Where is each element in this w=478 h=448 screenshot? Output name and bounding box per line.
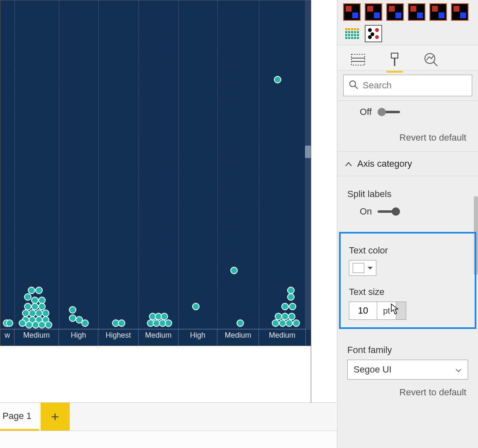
data-point[interactable] [192, 303, 200, 310]
revert-default-link-1[interactable]: Revert to default [337, 129, 478, 151]
data-point[interactable] [24, 293, 32, 301]
axis-category-cell: Medium [139, 329, 178, 346]
data-point[interactable] [281, 303, 289, 310]
svg-rect-0 [351, 54, 365, 65]
viz-tile-custom-4[interactable] [408, 3, 425, 21]
generic-off-toggle[interactable]: Off [347, 104, 468, 125]
chart-visual[interactable]: wMediumHighHighestMediumHighMediumMedium [0, 0, 311, 346]
viz-tile-custom-1[interactable] [343, 3, 361, 21]
data-point[interactable] [287, 293, 295, 301]
axis-category-accordion[interactable]: Axis category [337, 151, 478, 176]
x-axis-category-strip: wMediumHighHighestMediumHighMediumMedium [0, 329, 311, 346]
axis-category-cell: Medium [259, 329, 306, 346]
viz-tile-custom-6[interactable] [451, 3, 468, 21]
data-point[interactable] [289, 303, 296, 310]
data-point[interactable] [35, 287, 43, 294]
visualizations-panel: Off Revert to default Axis category Spli… [337, 0, 478, 448]
status-bar [0, 431, 337, 448]
text-size-unit: pt [377, 302, 396, 320]
color-swatch [353, 263, 364, 273]
data-point[interactable] [230, 267, 238, 274]
data-point[interactable] [69, 314, 76, 322]
axis-category-cell: Medium [217, 329, 259, 346]
font-family-label: Font family [347, 339, 468, 360]
data-point[interactable] [45, 321, 52, 329]
axis-category-cell: High [59, 329, 98, 346]
viz-tile-custom-3[interactable] [386, 3, 404, 21]
chevron-up-icon [345, 158, 352, 169]
canvas-empty-area [0, 346, 311, 403]
data-point[interactable] [6, 319, 13, 327]
toggle-label-off: Off [360, 107, 372, 117]
data-point[interactable] [279, 319, 286, 327]
viz-gallery [337, 0, 478, 45]
svg-point-7 [350, 81, 356, 87]
axis-category-cell: Medium [15, 329, 59, 346]
axis-category-cell: w [0, 329, 15, 346]
format-tab-icon[interactable] [386, 51, 403, 68]
chart-scrollbar-track[interactable] [305, 0, 311, 330]
analytics-tab-icon[interactable] [423, 51, 439, 68]
text-color-label: Text color [349, 239, 466, 260]
page-tab-bar: Page 1 + [0, 402, 336, 431]
search-icon [349, 80, 358, 91]
svg-rect-3 [391, 53, 398, 58]
search-box[interactable] [343, 75, 472, 96]
data-point[interactable] [285, 319, 293, 327]
viz-tile-custom-2[interactable] [365, 3, 382, 21]
grid-line [15, 0, 15, 330]
format-tab-bar [337, 45, 478, 71]
data-point[interactable] [69, 306, 76, 314]
data-point[interactable] [237, 319, 244, 327]
data-point[interactable] [274, 76, 281, 83]
grid-line [217, 0, 218, 330]
viz-tile-custom-5[interactable] [429, 3, 447, 21]
caret-down-icon [368, 267, 373, 270]
add-page-button[interactable]: + [41, 403, 70, 431]
split-labels-label: Split labels [347, 183, 468, 204]
plus-icon: + [51, 409, 59, 425]
chart-scrollbar-thumb[interactable] [305, 146, 311, 158]
data-point[interactable] [165, 319, 172, 327]
axis-category-cell: Highest [98, 329, 139, 346]
data-point[interactable] [81, 319, 89, 327]
text-size-input[interactable] [349, 302, 377, 320]
axis-category-cell: High [178, 329, 217, 346]
svg-line-8 [355, 86, 358, 89]
revert-default-link-2[interactable]: Revert to default [337, 384, 478, 406]
chevron-down-icon [455, 364, 462, 375]
axis-category-label: Axis category [357, 158, 412, 169]
grid-line [259, 0, 259, 330]
data-point[interactable] [19, 319, 26, 327]
grid-line [59, 0, 59, 330]
fields-tab-icon[interactable] [350, 51, 366, 68]
page-tab-label: Page 1 [2, 411, 32, 421]
highlighted-text-options: Text color Text size pt [339, 232, 476, 329]
font-family-select[interactable]: Segoe UI [347, 360, 468, 380]
toggle-label-on: On [360, 206, 372, 217]
page-tab-1[interactable]: Page 1 [0, 403, 39, 431]
grid-line [139, 0, 139, 330]
svg-line-6 [434, 62, 437, 66]
data-point[interactable] [293, 319, 300, 327]
viz-tile-matrix[interactable] [343, 25, 361, 42]
text-size-spinner[interactable] [396, 302, 406, 320]
grid-line [98, 0, 99, 330]
viz-tile-dotplot-selected[interactable] [365, 25, 382, 42]
text-color-picker[interactable] [349, 260, 376, 276]
split-labels-toggle[interactable]: On [347, 204, 468, 224]
font-family-value: Segoe UI [354, 364, 392, 375]
grid-line [178, 0, 179, 330]
data-point[interactable] [118, 319, 125, 327]
data-point[interactable] [272, 319, 279, 327]
search-input[interactable] [363, 80, 477, 91]
text-size-label: Text size [349, 276, 466, 302]
svg-point-5 [425, 54, 435, 63]
